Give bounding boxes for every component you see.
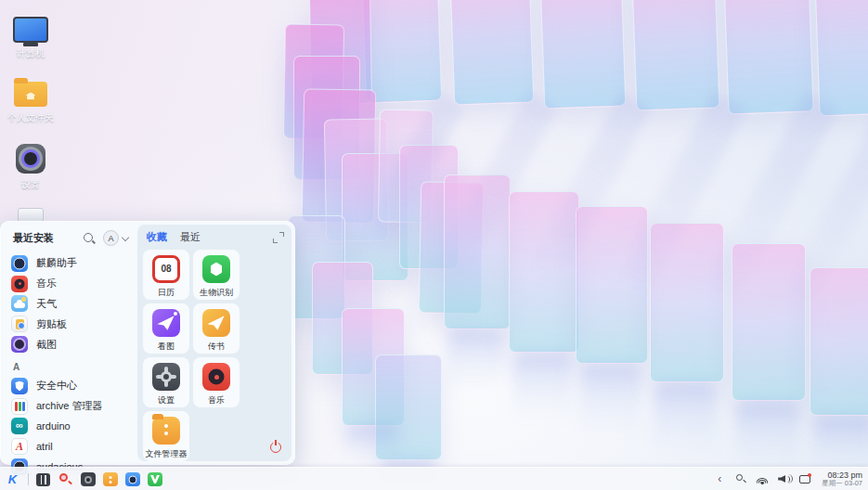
app-list-item-arduino[interactable]: ∞ arduino xyxy=(0,417,137,437)
settings-icon xyxy=(152,363,180,391)
app-list-item-archive-manager[interactable]: archive 管理器 xyxy=(0,396,137,417)
favorite-tile-image-viewer[interactable]: 看图 xyxy=(143,303,189,354)
computer-icon xyxy=(13,17,48,43)
wallpaper-card xyxy=(362,0,442,103)
taskbar-clock[interactable]: 08:23 pm 星期一 03-07 xyxy=(820,471,862,488)
letter-filter-value: A xyxy=(103,230,119,246)
app-list-item-label: arduino xyxy=(36,420,71,432)
favorite-tile-file-manager[interactable]: 文件管理器 xyxy=(143,411,189,461)
app-store-icon[interactable] xyxy=(148,472,162,486)
screenshot-icon xyxy=(11,336,28,353)
taskbar: K ‹ 08:23 pm 星期一 03-07 xyxy=(0,467,868,490)
start-menu: 最近安装 A 麒麟助手 音乐 天气 剪贴板 xyxy=(0,221,295,465)
wallpaper-reflection xyxy=(654,382,717,457)
expand-diagonal-icon[interactable] xyxy=(273,232,284,243)
favorite-tile-file-transfer[interactable]: 传书 xyxy=(193,303,240,354)
clipboard-icon xyxy=(11,316,28,332)
notification-monitor-icon[interactable] xyxy=(798,472,811,485)
wallpaper-reflection xyxy=(345,425,399,462)
app-list-item-screenshot[interactable]: 截图 xyxy=(0,334,137,355)
desktop-icon-home-folder[interactable]: 个人文件夹 xyxy=(1,82,60,124)
tile-label: 传书 xyxy=(208,341,225,353)
tile-label: 看图 xyxy=(158,341,175,353)
app-list-item-kylin-assistant[interactable]: 麒麟助手 xyxy=(0,253,137,274)
wallpaper-card xyxy=(723,0,813,115)
clock-date: 星期一 03-07 xyxy=(822,480,862,488)
favorite-tile-music[interactable]: 音乐 xyxy=(193,357,240,407)
app-list-item-security-center[interactable]: 安全中心 xyxy=(0,376,137,396)
kylin-assistant-icon[interactable] xyxy=(125,472,140,486)
atril-icon: A xyxy=(11,438,28,455)
start-button[interactable]: K xyxy=(5,471,20,487)
tile-label: 生物识别 xyxy=(200,287,233,299)
wallpaper-reflection xyxy=(813,416,868,471)
recently-installed-header: 最近安装 xyxy=(13,231,83,245)
camera-icon[interactable] xyxy=(81,472,96,486)
wifi-icon[interactable] xyxy=(756,472,769,485)
music-icon xyxy=(11,276,28,292)
tray-expand-chevron-icon[interactable]: ‹ xyxy=(713,472,726,485)
tile-label: 日历 xyxy=(158,287,175,299)
kylin-assistant-icon xyxy=(11,255,28,272)
wallpaper-card xyxy=(632,0,720,111)
biometric-icon xyxy=(202,255,230,283)
security-center-icon xyxy=(11,378,28,394)
favorite-tile-settings[interactable]: 设置 xyxy=(143,357,189,407)
wallpaper-reflection xyxy=(512,353,572,422)
image-viewer-icon xyxy=(152,309,180,337)
app-list-item-label: archive 管理器 xyxy=(36,399,103,413)
app-list-item-label: atril xyxy=(36,441,53,452)
home-folder-icon xyxy=(14,82,47,107)
section-letter-a: A xyxy=(0,355,137,376)
app-list-item-label: 麒麟助手 xyxy=(36,256,77,270)
app-list-item-label: 音乐 xyxy=(36,277,57,290)
arduino-icon: ∞ xyxy=(11,418,28,434)
favorite-tile-calendar[interactable]: 08 日历 xyxy=(143,250,189,300)
desktop-icon-label: 计算机 xyxy=(1,47,60,60)
music-icon xyxy=(202,363,230,391)
archive-manager-icon xyxy=(11,398,28,415)
app-list-item-clipboard[interactable]: 剪贴板 xyxy=(0,314,137,334)
settings-gear-icon xyxy=(16,144,45,174)
tab-favorites[interactable]: 收藏 xyxy=(147,230,167,244)
letter-filter-dropdown[interactable]: A xyxy=(103,230,128,246)
wallpaper-card xyxy=(540,0,627,109)
desktop-icon-settings[interactable]: 设置 xyxy=(1,144,60,191)
file-manager-icon xyxy=(152,417,180,445)
app-list-item-label: 天气 xyxy=(36,297,57,311)
favorite-tile-biometric[interactable]: 生物识别 xyxy=(193,250,240,300)
desktop-icon-label: 设置 xyxy=(1,178,60,191)
search-icon[interactable] xyxy=(734,472,747,485)
wallpaper-reflection xyxy=(447,329,503,394)
calendar-icon: 08 xyxy=(152,255,180,283)
app-list-item-music[interactable]: 音乐 xyxy=(0,274,137,294)
tile-label: 音乐 xyxy=(208,394,225,406)
wallpaper-reflection xyxy=(735,401,798,468)
file-transfer-icon xyxy=(202,309,230,337)
search-icon[interactable] xyxy=(83,232,96,245)
app-list-item-atril[interactable]: A atril xyxy=(0,436,137,457)
volume-icon[interactable] xyxy=(777,472,790,485)
tile-label: 设置 xyxy=(158,394,175,406)
task-view-icon[interactable] xyxy=(36,473,50,486)
app-list-item-weather[interactable]: 天气 xyxy=(0,294,137,315)
tile-label: 文件管理器 xyxy=(146,448,188,460)
taskbar-separator xyxy=(28,473,29,485)
desktop-icon-label: 个人文件夹 xyxy=(1,111,60,124)
wallpaper-reflection xyxy=(579,364,641,436)
chevron-down-icon xyxy=(122,233,129,240)
wallpaper-card xyxy=(450,0,535,105)
file-manager-icon[interactable] xyxy=(103,472,118,486)
start-menu-favorites-panel: 收藏 最近 08 日历 生物识别 看图 传书 设置 xyxy=(137,225,291,461)
app-list-item-label: 剪贴板 xyxy=(36,317,67,331)
wallpaper-card xyxy=(814,0,868,116)
app-list-item-label: 截图 xyxy=(36,338,57,352)
app-list-item-label: 安全中心 xyxy=(36,379,77,393)
search-icon[interactable] xyxy=(58,471,73,487)
weather-icon xyxy=(11,295,28,312)
desktop-icon-computer[interactable]: 计算机 xyxy=(1,17,60,60)
tab-recent[interactable]: 最近 xyxy=(180,230,201,244)
start-menu-app-list: 最近安装 A 麒麟助手 音乐 天气 剪贴板 xyxy=(0,221,137,465)
power-icon[interactable] xyxy=(269,441,282,454)
